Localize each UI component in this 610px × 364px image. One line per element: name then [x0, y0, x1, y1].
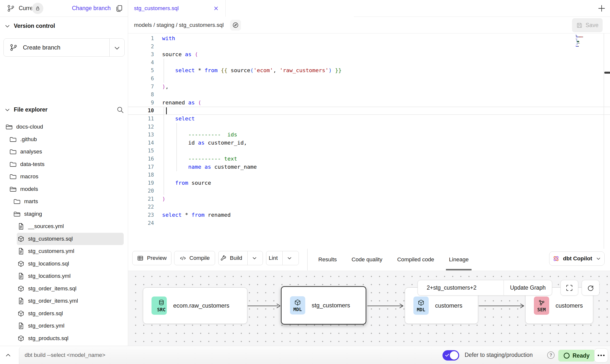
explorer-item-stg-orders-yml[interactable]: stg_orders.yml	[0, 320, 128, 332]
code-text: id as customer_id,	[158, 139, 247, 147]
chevron-down-icon[interactable]	[114, 45, 120, 51]
code-line-8[interactable]: 8	[128, 91, 610, 99]
code-text: name as customer_name	[158, 163, 257, 171]
chevron-down-icon	[595, 256, 601, 262]
minimap-line	[576, 38, 576, 38]
code-line-5[interactable]: 5 select * from {{ source('ecom', 'raw_c…	[128, 66, 610, 75]
explorer-item-label: docs-cloud	[16, 124, 43, 130]
explorer-item-sources-yml[interactable]: __sources.yml	[0, 220, 128, 233]
panel-tab-lineage[interactable]: Lineage	[449, 249, 469, 270]
code-line-19[interactable]: 19 from source	[128, 179, 610, 187]
lineage-node-stg-customers[interactable]: MDL stg_customers	[281, 286, 366, 325]
explorer-item-macros[interactable]: macros	[0, 170, 128, 183]
explorer-item-marts[interactable]: marts	[0, 195, 128, 208]
check-icon	[444, 352, 450, 358]
code-line-22[interactable]: 22	[128, 203, 610, 211]
build-button[interactable]: Build	[218, 251, 263, 265]
more-menu-button[interactable]	[594, 348, 608, 363]
code-line-21[interactable]: 21)	[128, 195, 610, 203]
code-line-18[interactable]: 18	[128, 171, 610, 179]
tab-stg-customers-sql[interactable]: stg_customers.sql	[128, 0, 226, 17]
change-branch-link[interactable]: Change branch	[72, 5, 111, 12]
file-explorer-title: File explorer	[14, 106, 48, 113]
folder-icon	[9, 161, 17, 168]
explorer-item-label: models	[20, 186, 38, 192]
code-line-11[interactable]: 11 select	[128, 115, 610, 123]
code-line-1[interactable]: 1with	[128, 34, 610, 43]
command-input[interactable]	[25, 346, 246, 364]
explorer-item-staging[interactable]: staging	[0, 208, 128, 220]
explorer-item-stg-products-sql[interactable]: stg_products.sql	[0, 332, 128, 345]
lineage-selector-input[interactable]	[418, 280, 504, 295]
code-line-14[interactable]: 14 id as customer_id,	[128, 139, 610, 147]
defer-toggle[interactable]	[442, 350, 459, 361]
text-cursor	[166, 107, 167, 114]
explorer-item-stg-locations-yml[interactable]: stg_locations.yml	[0, 270, 128, 282]
explorer-item-docs-cloud[interactable]: docs-cloud	[0, 121, 128, 133]
code-line-23[interactable]: 23select * from renamed	[128, 211, 610, 219]
minimap-line	[576, 43, 580, 44]
create-branch-button[interactable]: Create branch	[3, 38, 125, 57]
panel-tab-code-quality[interactable]: Code quality	[352, 249, 382, 270]
code-line-2[interactable]: 2	[128, 43, 610, 51]
code-line-15[interactable]: 15	[128, 147, 610, 155]
refresh-button[interactable]	[582, 280, 599, 296]
code-line-13[interactable]: 13 ---------- ids	[128, 131, 610, 139]
version-control-header[interactable]: Version control	[4, 23, 55, 29]
code-line-7[interactable]: 7),	[128, 83, 610, 91]
explorer-item-data-tests[interactable]: data-tests	[0, 158, 128, 171]
code-line-24[interactable]: 24	[128, 219, 610, 227]
indent-guide	[176, 123, 177, 171]
copilot-icon	[552, 255, 560, 262]
chevron-up-icon[interactable]	[4, 351, 12, 359]
explorer-item-models[interactable]: models	[0, 183, 128, 196]
dbt-copilot-button[interactable]: dbt Copilot	[549, 251, 605, 266]
save-button[interactable]: Save	[572, 18, 603, 32]
lineage-compass-button[interactable]	[230, 20, 241, 31]
code-line-17[interactable]: 17 name as customer_name	[128, 163, 610, 171]
build-dropdown[interactable]	[247, 251, 261, 265]
explorer-item-label: marts	[24, 198, 38, 205]
new-tab-button[interactable]	[597, 4, 606, 13]
explorer-item-stg-locations-sql[interactable]: stg_locations.sql	[0, 258, 128, 270]
search-icon[interactable]	[116, 106, 124, 114]
explorer-item-stg-customers-yml[interactable]: stg_customers.yml	[0, 245, 128, 258]
close-icon[interactable]	[213, 5, 219, 11]
doc-icon	[17, 248, 25, 255]
preview-button[interactable]: Preview	[132, 251, 171, 265]
cube-icon	[294, 299, 301, 306]
explorer-item-analyses[interactable]: analyses	[0, 146, 128, 158]
code-line-20[interactable]: 20	[128, 187, 610, 195]
update-graph-button[interactable]: Update Graph	[504, 280, 552, 295]
lineage-panel[interactable]: SRC ecom.raw_customers MDL stg_customers…	[128, 271, 610, 346]
code-line-10[interactable]: 10	[128, 107, 610, 115]
compile-button[interactable]: Compile	[174, 251, 215, 265]
scrollbar-thumb[interactable]	[604, 72, 610, 74]
copy-icon[interactable]	[115, 4, 123, 13]
line-number: 6	[128, 75, 158, 83]
file-explorer-header[interactable]: File explorer	[4, 106, 48, 113]
fullscreen-button[interactable]	[560, 280, 578, 296]
help-icon[interactable]: ?	[547, 351, 555, 359]
panel-tab-compiled-code[interactable]: Compiled code	[397, 249, 434, 270]
explorer-item-label: staging	[24, 211, 42, 217]
lint-dropdown[interactable]	[282, 251, 296, 265]
code-line-4[interactable]: 4	[128, 59, 610, 67]
code-line-6[interactable]: 6	[128, 75, 610, 83]
code-line-12[interactable]: 12	[128, 123, 610, 131]
minimap[interactable]	[576, 35, 598, 49]
panel-tab-results[interactable]: Results	[318, 249, 337, 270]
code-line-16[interactable]: 16 ---------- text	[128, 155, 610, 163]
code-line-3[interactable]: 3source as (	[128, 50, 610, 59]
code-editor[interactable]: 1with23source as (45 select * from {{ so…	[128, 33, 610, 249]
explorer-item-stg-customers-sql[interactable]: stg_customers.sql	[0, 233, 128, 245]
explorer-item-stg-order-items-sql[interactable]: stg_order_items.sql	[0, 282, 128, 295]
code-text	[158, 203, 162, 211]
lineage-node-source[interactable]: SRC ecom.raw_customers	[143, 287, 247, 324]
explorer-item-stg-orders-sql[interactable]: stg_orders.sql	[0, 307, 128, 320]
lint-button[interactable]: Lint	[266, 251, 299, 265]
explorer-item-stg-order-items-yml[interactable]: stg_order_items.yml	[0, 295, 128, 307]
code-line-9[interactable]: 9renamed as (	[128, 99, 610, 107]
explorer-item-github[interactable]: .github	[0, 133, 128, 146]
minimap-line	[576, 46, 579, 47]
